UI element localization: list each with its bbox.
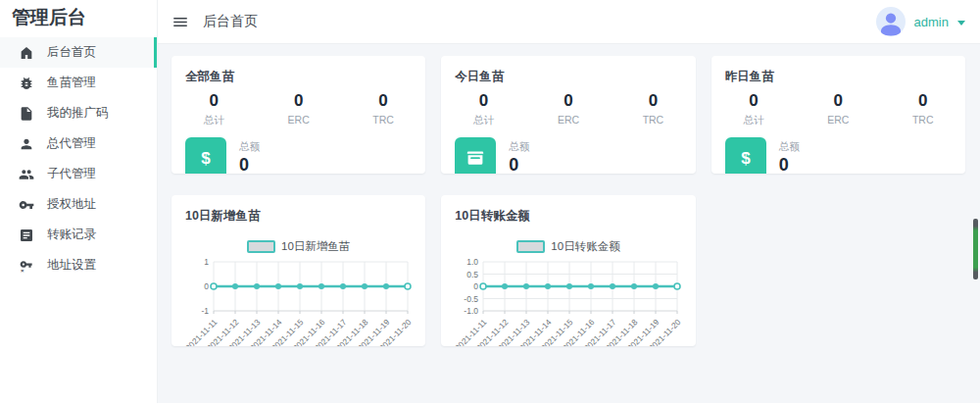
legend-swatch xyxy=(247,240,275,253)
sidebar-item-home[interactable]: 后台首页 xyxy=(0,37,157,68)
stat-column: 0TRC xyxy=(881,91,965,127)
person-icon xyxy=(19,136,34,152)
stat-label: ERC xyxy=(526,114,611,126)
card-title: 全部鱼苗 xyxy=(185,69,412,85)
username-dropdown[interactable]: admin xyxy=(914,15,949,29)
sidebar-item-label: 我的推广码 xyxy=(47,105,109,122)
data-point-marker xyxy=(275,283,281,289)
sidebar-item-auth-address[interactable]: 授权地址 xyxy=(0,189,157,220)
data-point-marker xyxy=(588,283,594,289)
stat-label: 总计 xyxy=(711,114,796,127)
dollar-icon: $ xyxy=(185,137,226,174)
data-point-marker xyxy=(523,283,529,289)
stat-value: 0 xyxy=(526,91,611,111)
stat-value: 0 xyxy=(172,91,256,111)
legend-swatch xyxy=(516,240,545,253)
stats-cards-row: 全部鱼苗0总计0ERC0TRC$总额0今日鱼苗0总计0ERC0TRC总额0昨日鱼… xyxy=(172,56,965,174)
total-label: 总额 xyxy=(509,140,529,154)
total-value: 0 xyxy=(509,155,529,174)
chart-legend[interactable]: 10日新增鱼苗 xyxy=(172,239,425,254)
data-point-marker xyxy=(318,283,324,289)
topbar: 后台首页 admin xyxy=(157,0,980,44)
stat-total-row: $总额0 xyxy=(185,137,412,174)
data-point-marker xyxy=(254,283,260,289)
file-icon xyxy=(19,106,34,122)
sidebar-item-label: 后台首页 xyxy=(47,44,96,61)
stat-label: ERC xyxy=(256,114,340,126)
stat-value: 0 xyxy=(611,91,695,111)
total-label: 总额 xyxy=(239,140,260,154)
legend-label: 10日转账金额 xyxy=(551,239,619,254)
avatar[interactable] xyxy=(876,7,906,36)
chart-plot: 10-12021-11-112021-11-122021-11-132021-1… xyxy=(184,258,414,346)
svg-text:$: $ xyxy=(201,149,211,168)
key-settings-icon: × xyxy=(19,258,34,274)
breadcrumb-page-title: 后台首页 xyxy=(203,13,258,30)
chart-legend[interactable]: 10日转账金额 xyxy=(441,239,695,254)
sidebar-item-fry-manage[interactable]: 鱼苗管理 xyxy=(0,68,157,98)
stat-card-today-fry: 今日鱼苗0总计0ERC0TRC总额0 xyxy=(441,56,695,174)
sidebar-item-address-settings[interactable]: ×地址设置 xyxy=(0,250,157,280)
stat-label: TRC xyxy=(341,114,425,126)
total-label: 总额 xyxy=(779,140,800,154)
sidebar-item-label: 转账记录 xyxy=(47,227,96,243)
stat-columns: 0总计0ERC0TRC xyxy=(441,91,695,127)
y-axis-tick-label: -1.0 xyxy=(464,306,478,316)
chart-title: 10日转账金额 xyxy=(455,208,681,225)
legend-label: 10日新增鱼苗 xyxy=(281,239,350,254)
key-icon xyxy=(19,197,34,213)
stat-column: 0ERC xyxy=(796,91,880,127)
sidebar-item-label: 鱼苗管理 xyxy=(47,75,96,91)
data-point-marker xyxy=(297,283,303,289)
stat-label: 总计 xyxy=(172,114,256,127)
dollar-icon: $ xyxy=(725,137,766,174)
person-avatar-icon xyxy=(876,7,906,36)
stat-columns: 0总计0ERC0TRC xyxy=(172,91,425,127)
stat-value: 0 xyxy=(341,91,425,111)
charts-row: 10日新增鱼苗10日新增鱼苗10-12021-11-112021-11-1220… xyxy=(172,195,965,346)
sidebar-item-label: 授权地址 xyxy=(47,196,96,213)
data-point-marker xyxy=(674,283,680,289)
y-axis-tick-label: 0.5 xyxy=(466,270,478,279)
y-axis-tick-label: -0.5 xyxy=(464,294,478,304)
data-point-marker xyxy=(383,283,389,289)
data-point-marker xyxy=(653,283,659,289)
stat-column: 0TRC xyxy=(341,91,425,127)
svg-text:$: $ xyxy=(741,149,751,168)
stat-column: 0总计 xyxy=(441,91,525,127)
stat-value: 0 xyxy=(796,91,880,111)
menu-toggle-button[interactable] xyxy=(172,13,189,30)
total-block: 总额0 xyxy=(239,140,260,174)
stat-column: 0TRC xyxy=(611,91,695,127)
stat-value: 0 xyxy=(441,91,525,111)
stat-value: 0 xyxy=(881,91,965,111)
stat-column: 0总计 xyxy=(172,91,256,127)
chart-title: 10日新增鱼苗 xyxy=(185,208,412,225)
data-point-marker xyxy=(631,283,637,289)
stat-columns: 0总计0ERC0TRC xyxy=(711,91,965,127)
sidebar: 管理后台 后台首页鱼苗管理我的推广码总代管理子代管理授权地址转账记录×地址设置 xyxy=(0,0,158,406)
y-axis-tick-label: 0 xyxy=(473,281,478,291)
svg-text:×: × xyxy=(21,268,24,274)
y-axis-tick-label: -1 xyxy=(201,306,209,316)
stat-total-row: 总额0 xyxy=(455,137,681,174)
user-menu[interactable]: admin xyxy=(876,7,965,36)
data-point-marker xyxy=(545,283,551,289)
sidebar-item-label: 总代管理 xyxy=(47,135,96,152)
card-title: 昨日鱼苗 xyxy=(725,69,952,85)
stat-column: 0总计 xyxy=(711,91,796,127)
chart-plot: 1.00.50-0.5-1.02021-11-112021-11-122021-… xyxy=(454,258,683,346)
caret-down-icon xyxy=(957,21,965,25)
vertical-scrollbar-thumb[interactable] xyxy=(973,219,978,279)
stat-column: 0ERC xyxy=(256,91,340,127)
sidebar-item-sub-agent-manage[interactable]: 子代管理 xyxy=(0,159,157,189)
stat-label: TRC xyxy=(881,114,965,126)
sidebar-item-transfer-records[interactable]: 转账记录 xyxy=(0,220,157,250)
list-icon xyxy=(19,228,34,243)
sidebar-item-promo-code[interactable]: 我的推广码 xyxy=(0,98,157,128)
data-point-marker xyxy=(362,283,368,289)
data-point-marker xyxy=(610,283,615,289)
stat-total-row: $总额0 xyxy=(725,137,952,174)
sidebar-item-agent-manage[interactable]: 总代管理 xyxy=(0,128,157,159)
home-icon xyxy=(19,45,34,61)
